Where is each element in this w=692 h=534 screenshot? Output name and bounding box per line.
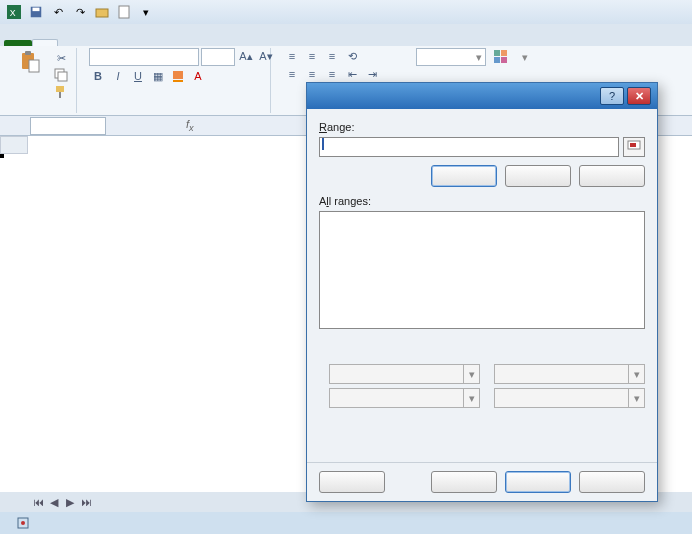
align-right-icon[interactable]: ≡: [323, 66, 341, 82]
svg-rect-15: [494, 50, 500, 56]
tab-nav-prev-icon[interactable]: ◀: [46, 494, 62, 510]
cell-styles-icon[interactable]: [492, 49, 510, 65]
format-painter-icon[interactable]: [52, 84, 70, 100]
italic-icon[interactable]: I: [109, 68, 127, 84]
field-three-combo: ▾: [329, 388, 480, 408]
svg-rect-22: [630, 143, 636, 147]
all-ranges-listbox[interactable]: [319, 211, 645, 329]
excel-app-icon: X: [4, 3, 24, 21]
field-two-combo: ▾: [494, 364, 645, 384]
file-tab[interactable]: [4, 40, 32, 46]
all-ranges-label: All ranges:: [319, 195, 645, 207]
tab-nav-next-icon[interactable]: ▶: [62, 494, 78, 510]
shrink-font-icon[interactable]: A▾: [257, 48, 275, 64]
svg-rect-4: [96, 9, 108, 17]
font-group-label: [89, 111, 264, 113]
font-size-input[interactable]: [201, 48, 235, 66]
align-bottom-icon[interactable]: ≡: [323, 48, 341, 64]
qat-open-icon[interactable]: [92, 3, 112, 21]
number-format-select[interactable]: ▾: [416, 48, 486, 66]
field-four-combo: ▾: [494, 388, 645, 408]
tab-new[interactable]: [154, 40, 178, 46]
orientation-icon[interactable]: ⟲: [343, 48, 361, 64]
copy-icon[interactable]: [52, 67, 70, 83]
macro-record-icon[interactable]: [14, 515, 32, 531]
svg-rect-13: [173, 71, 183, 79]
qat-save-icon[interactable]: [26, 3, 46, 21]
delete-button[interactable]: [505, 165, 571, 187]
svg-rect-7: [25, 51, 31, 55]
align-left-icon[interactable]: ≡: [283, 66, 301, 82]
tab-page-layout[interactable]: [82, 40, 106, 46]
tab-addins[interactable]: [250, 40, 274, 46]
svg-rect-18: [501, 57, 507, 63]
ribbon-group-clipboard: ✂: [4, 48, 77, 113]
range-collapse-icon[interactable]: [623, 137, 645, 157]
dialog-help-button[interactable]: ?: [600, 87, 624, 105]
name-box[interactable]: [30, 117, 106, 135]
tab-insert[interactable]: [58, 40, 82, 46]
fx-icon[interactable]: fx: [186, 118, 194, 133]
finish-button[interactable]: [579, 471, 645, 493]
range-label: Range:: [319, 121, 645, 133]
qat-new-icon[interactable]: [114, 3, 134, 21]
browse-button[interactable]: [579, 165, 645, 187]
font-family-input[interactable]: [89, 48, 199, 66]
range-input[interactable]: [319, 137, 619, 157]
underline-icon[interactable]: U: [129, 68, 147, 84]
select-all-corner[interactable]: [0, 136, 28, 154]
grow-font-icon[interactable]: A▴: [237, 48, 255, 64]
tab-developer[interactable]: [226, 40, 250, 46]
ribbon-tabstrip: [0, 24, 692, 46]
svg-rect-17: [494, 57, 500, 63]
tab-review[interactable]: [178, 40, 202, 46]
indent-dec-icon[interactable]: ⇤: [343, 66, 361, 82]
status-bar: [0, 512, 692, 534]
pivot-wizard-dialog: ? ✕ Range: All ranges: ▾ ▾ ▾ ▾: [306, 82, 658, 502]
svg-rect-10: [58, 72, 67, 81]
svg-rect-5: [119, 6, 129, 18]
window-titlebar: X ↶ ↷ ▾: [0, 0, 692, 24]
fill-color-icon[interactable]: [169, 68, 187, 84]
align-top-icon[interactable]: ≡: [283, 48, 301, 64]
tab-view[interactable]: [202, 40, 226, 46]
back-button[interactable]: [431, 471, 497, 493]
ribbon-group-font: A▴ A▾ B I U ▦ A: [83, 48, 271, 113]
svg-rect-12: [59, 92, 61, 98]
svg-rect-3: [33, 8, 40, 12]
cancel-button[interactable]: [319, 471, 385, 493]
border-icon[interactable]: ▦: [149, 68, 167, 84]
align-center-icon[interactable]: ≡: [303, 66, 321, 82]
chevron-down-icon: ▾: [463, 365, 479, 383]
svg-point-20: [21, 521, 25, 525]
next-button[interactable]: [505, 471, 571, 493]
svg-rect-11: [56, 86, 64, 92]
svg-rect-16: [501, 50, 507, 56]
svg-rect-8: [29, 60, 39, 72]
svg-text:X: X: [10, 8, 16, 18]
svg-rect-14: [173, 80, 183, 82]
align-middle-icon[interactable]: ≡: [303, 48, 321, 64]
dialog-close-button[interactable]: ✕: [627, 87, 651, 105]
paste-button[interactable]: [10, 48, 50, 76]
indent-inc-icon[interactable]: ⇥: [363, 66, 381, 82]
font-color-icon[interactable]: A: [189, 68, 207, 84]
add-button[interactable]: [431, 165, 497, 187]
tab-nav-last-icon[interactable]: ⏭: [78, 494, 94, 510]
bold-icon[interactable]: B: [89, 68, 107, 84]
chevron-down-icon: ▾: [463, 389, 479, 407]
qat-undo-icon[interactable]: ↶: [48, 3, 68, 21]
tab-formulas[interactable]: [106, 40, 130, 46]
tab-data[interactable]: [130, 40, 154, 46]
qat-redo-icon[interactable]: ↷: [70, 3, 90, 21]
cut-icon[interactable]: ✂: [52, 50, 70, 66]
clipboard-group-label: [10, 111, 70, 113]
tab-nav-first-icon[interactable]: ⏮: [30, 494, 46, 510]
field-one-combo: ▾: [329, 364, 480, 384]
selection-marquee: [0, 154, 4, 158]
chevron-down-icon: ▾: [628, 365, 644, 383]
chevron-down-icon: ▾: [628, 389, 644, 407]
dialog-titlebar[interactable]: ? ✕: [307, 83, 657, 109]
qat-more-icon[interactable]: ▾: [136, 3, 156, 21]
tab-home[interactable]: [32, 39, 58, 46]
